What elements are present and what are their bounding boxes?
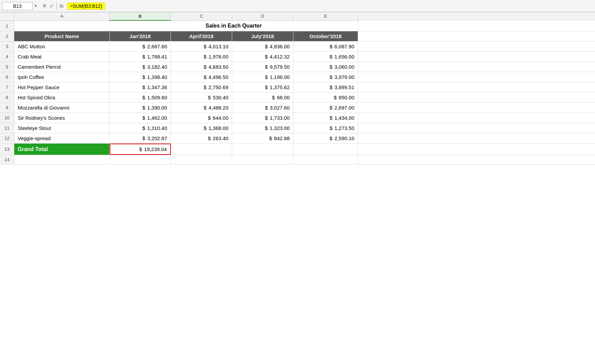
cell-ref-dropdown[interactable]: ▼	[34, 4, 39, 8]
cell-e5[interactable]: $3,060.00	[293, 62, 358, 72]
cell-b7[interactable]: $1,347.36	[110, 82, 171, 92]
cell-e13[interactable]	[293, 144, 358, 155]
cell-b8[interactable]: $1,509.60	[110, 93, 171, 102]
row-num-6: 6	[0, 72, 14, 82]
cell-b9[interactable]: $1,390.00	[110, 103, 171, 113]
cell-b6[interactable]: $1,398.40	[110, 72, 171, 82]
currency-sym-c3: $	[204, 44, 206, 49]
row-num-2: 2	[0, 31, 14, 41]
cell-a4[interactable]: Crab Meat	[14, 52, 110, 62]
currency-val-e3: 6,087.90	[335, 44, 354, 49]
cell-c5[interactable]: $4,683.50	[171, 62, 232, 72]
cell-e4[interactable]: $1,656.00	[293, 52, 358, 62]
col-header-e[interactable]: E	[293, 12, 358, 21]
cancel-icon[interactable]: ✕	[42, 3, 47, 9]
cell-c13[interactable]	[171, 144, 232, 155]
formula-icons: ✕ ✓	[42, 3, 54, 9]
row-num-10: 10	[0, 113, 14, 123]
cell-b13-total-value[interactable]: $ 19,239.04	[110, 144, 171, 155]
cell-e8[interactable]: $850.00	[293, 93, 358, 102]
cell-a7[interactable]: Hot Pepper Sauce	[14, 82, 110, 92]
row-num-13: 13	[0, 144, 14, 155]
row-14: 14	[0, 155, 595, 165]
cell-d14[interactable]	[232, 155, 293, 164]
cell-d6[interactable]: $1,196.00	[232, 72, 293, 82]
row-num-11: 11	[0, 123, 14, 133]
row-11: 11 Steeleye Stout $1,310.40 $1,368.00 $1…	[0, 123, 595, 133]
cell-a9[interactable]: Mozzarella di Giovanni	[14, 103, 110, 113]
cell-a3[interactable]: ABC Mutton	[14, 42, 110, 51]
cell-c10[interactable]: $644.00	[171, 113, 232, 123]
currency-val-c3: 4,013.10	[209, 44, 228, 49]
cell-a2[interactable]: Product Name	[14, 31, 110, 41]
row-num-14: 14	[0, 155, 14, 164]
row-num-7: 7	[0, 82, 14, 92]
cell-b11[interactable]: $1,310.40	[110, 123, 171, 133]
currency-sym-d3: $	[265, 44, 268, 49]
cell-a10[interactable]: Sir Rodney's Scones	[14, 113, 110, 123]
cell-b10[interactable]: $1,462.00	[110, 113, 171, 123]
cell-d4[interactable]: $4,412.32	[232, 52, 293, 62]
row-5: 5 Camembert Pierrot $3,182.40 $4,683.50 …	[0, 62, 595, 72]
cell-e6[interactable]: $3,979.00	[293, 72, 358, 82]
col-header-c[interactable]: C	[171, 12, 232, 21]
cell-e14[interactable]	[293, 155, 358, 164]
cell-d11[interactable]: $1,323.00	[232, 123, 293, 133]
row-9: 9 Mozzarella di Giovanni $1,390.00 $4,48…	[0, 103, 595, 113]
col-header-d[interactable]: D	[232, 12, 293, 21]
cell-d12[interactable]: $842.88	[232, 133, 293, 143]
cell-e11[interactable]: $1,273.50	[293, 123, 358, 133]
confirm-icon[interactable]: ✓	[49, 3, 54, 9]
cell-d13[interactable]	[232, 144, 293, 155]
row-num-9: 9	[0, 103, 14, 113]
cell-e2[interactable]: October'2018	[293, 31, 358, 41]
currency-sym-e3: $	[329, 44, 332, 49]
col-header-a[interactable]: A	[14, 12, 110, 21]
cell-b5[interactable]: $3,182.40	[110, 62, 171, 72]
cell-b3[interactable]: $2,667.60	[110, 42, 171, 51]
cell-d3[interactable]: $4,836.00	[232, 42, 293, 51]
cell-d9[interactable]: $3,027.60	[232, 103, 293, 113]
row-num-12: 12	[0, 133, 14, 143]
row-7: 7 Hot Pepper Sauce $1,347.36 $2,750.69 $…	[0, 82, 595, 93]
cell-d8[interactable]: $68.00	[232, 93, 293, 102]
cell-a8[interactable]: Hot Spiced Okra	[14, 93, 110, 102]
cell-b2[interactable]: Jan'2018	[110, 31, 171, 41]
corner-cell	[0, 12, 14, 21]
cell-d10[interactable]: $1,733.00	[232, 113, 293, 123]
cell-a14[interactable]	[14, 155, 110, 164]
cell-c12[interactable]: $263.40	[171, 133, 232, 143]
cell-c8[interactable]: $530.40	[171, 93, 232, 102]
cell-c2[interactable]: April'2018	[171, 31, 232, 41]
cell-reference-box[interactable]: B13	[2, 2, 33, 10]
cell-c9[interactable]: $4,488.20	[171, 103, 232, 113]
cell-a1[interactable]	[14, 21, 110, 31]
cell-c3[interactable]: $4,013.10	[171, 42, 232, 51]
cell-c14[interactable]	[171, 155, 232, 164]
cell-e7[interactable]: $3,899.51	[293, 82, 358, 92]
cell-e10[interactable]: $1,434.00	[293, 113, 358, 123]
cell-d5[interactable]: $9,579.50	[232, 62, 293, 72]
cell-c11[interactable]: $1,368.00	[171, 123, 232, 133]
cell-a5[interactable]: Camembert Pierrot	[14, 62, 110, 72]
cell-a6[interactable]: Ipoh Coffee	[14, 72, 110, 82]
row-10: 10 Sir Rodney's Scones $1,462.00 $644.00…	[0, 113, 595, 123]
cell-d7[interactable]: $1,375.62	[232, 82, 293, 92]
cell-a13-grand-total[interactable]: Grand Total	[14, 144, 110, 155]
cell-c4[interactable]: $1,978.00	[171, 52, 232, 62]
cell-e12[interactable]: $2,590.10	[293, 133, 358, 143]
cell-a12[interactable]: Veggie-spread	[14, 133, 110, 143]
cell-a11[interactable]: Steeleye Stout	[14, 123, 110, 133]
cell-d2[interactable]: July'2018	[232, 31, 293, 41]
cell-e3[interactable]: $6,087.90	[293, 42, 358, 51]
cell-c6[interactable]: $4,496.50	[171, 72, 232, 82]
row-num-3: 3	[0, 42, 14, 51]
cell-b14[interactable]	[110, 155, 171, 164]
col-header-b[interactable]: B	[110, 12, 171, 21]
row-4: 4 Crab Meat $1,768.41 $1,978.00 $4,412.3…	[0, 52, 595, 62]
cell-b12[interactable]: $3,202.87	[110, 133, 171, 143]
cell-b4[interactable]: $1,768.41	[110, 52, 171, 62]
formula-input[interactable]: =SUM(B3:B12)	[67, 2, 106, 10]
cell-e9[interactable]: $2,697.00	[293, 103, 358, 113]
cell-c7[interactable]: $2,750.69	[171, 82, 232, 92]
